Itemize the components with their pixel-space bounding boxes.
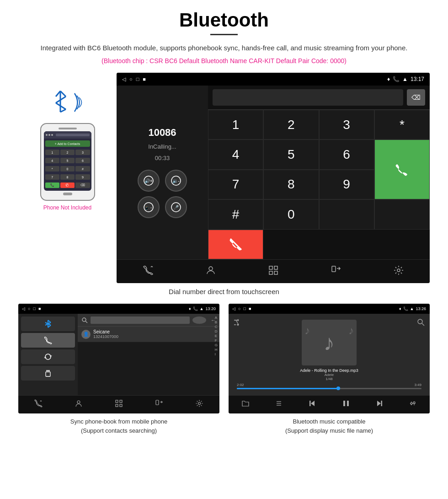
dial-key-0[interactable]: 0 [263, 199, 319, 229]
music-home-btn: ○ [238, 306, 240, 311]
dialer-backspace-button[interactable]: ⌫ [407, 89, 425, 106]
pb-body: ← 👤 Seicane 13241007000 A [18, 314, 219, 395]
phone-home-button[interactable] [63, 193, 72, 195]
music-progress-dot[interactable] [336, 386, 340, 390]
dial-key-star[interactable]: * [374, 110, 430, 140]
dial-key-7[interactable]: 7 [208, 170, 263, 199]
main-screenshot-area: + Add to Contacts 1 2 3 4 5 6 * 0 # [18, 73, 430, 283]
music-play-pause-icon[interactable] [342, 399, 350, 410]
dial-key-call[interactable] [374, 140, 430, 199]
nav-grid-icon[interactable] [268, 265, 279, 278]
dial-key-9[interactable]: 9 [319, 170, 374, 199]
pb-sidebar-sync[interactable] [21, 349, 75, 364]
dial-key-endcall[interactable] [208, 230, 263, 259]
music-folder-icon[interactable] [241, 399, 250, 410]
dial-key-4[interactable]: 4 [208, 140, 263, 169]
pb-contact-item[interactable]: 👤 Seicane 13241007000 [78, 327, 219, 342]
shuffle-icon[interactable] [233, 318, 241, 327]
music-status-bar: ◁ ○ □ ■ ♦ 📞 ▲ 13:26 [229, 304, 430, 314]
dialer-input-display[interactable] [213, 89, 403, 106]
caller-timer: 00:33 [155, 155, 170, 161]
title-divider [210, 34, 238, 35]
dial-key-hash[interactable]: # [208, 199, 263, 229]
music-recent-btn: □ [243, 306, 245, 311]
phone-key-back[interactable]: ⌫ [75, 182, 90, 188]
music-progress-bar[interactable] [237, 388, 421, 389]
phone-key-0[interactable]: 0 [60, 166, 75, 172]
svg-rect-47 [343, 401, 345, 406]
nav-settings-icon[interactable] [393, 265, 404, 278]
dial-key-empty2 [374, 199, 430, 229]
music-next-icon[interactable] [375, 399, 384, 410]
phone-key-9[interactable]: 9 [75, 174, 90, 180]
music-prev-icon[interactable] [308, 399, 316, 410]
home-icon: ○ [129, 76, 133, 82]
music-note-right-icon: ♪ [348, 324, 354, 337]
dial-key-5[interactable]: 5 [263, 140, 319, 169]
dial-key-6[interactable]: 6 [319, 140, 374, 169]
phone-key-1[interactable]: 1 [45, 150, 59, 155]
music-list-icon[interactable] [275, 399, 283, 410]
subtitle: Integrated with BC6 Bluetooth module, su… [18, 43, 430, 54]
phone-key-endcall[interactable]: ✆ [60, 182, 75, 188]
phone-key-3[interactable]: 3 [75, 150, 90, 155]
svg-text:🎤: 🎤 [173, 204, 179, 210]
music-search-icon[interactable] [417, 318, 425, 327]
bluetooth-signal-graphic [49, 86, 86, 118]
svg-line-32 [85, 321, 87, 323]
phone-add-contact[interactable]: + Add to Contacts [45, 140, 90, 147]
pb-nav-contacts[interactable] [75, 399, 83, 410]
svg-rect-37 [120, 404, 122, 407]
status-time: 13:17 [411, 76, 424, 82]
pb-contact-avatar: 👤 [81, 330, 91, 339]
svg-rect-19 [274, 271, 277, 274]
pb-sidebar-bluetooth[interactable] [21, 317, 75, 331]
transfer-button[interactable]: 📱→ [138, 196, 160, 218]
svg-rect-16 [269, 266, 272, 269]
music-time-current: 2:02 [237, 383, 244, 387]
phone-key-4[interactable]: 4 [45, 158, 59, 163]
mute-button[interactable]: 🎤 [165, 196, 187, 218]
svg-line-14 [230, 239, 241, 250]
dial-key-8[interactable]: 8 [263, 170, 319, 199]
pb-nav-phone[interactable] [34, 399, 43, 410]
svg-rect-27 [46, 372, 50, 376]
svg-rect-46 [309, 401, 311, 406]
nav-transfer-icon[interactable] [331, 265, 341, 278]
pb-nav-grid[interactable] [115, 399, 123, 410]
phone-key-8[interactable]: 8 [60, 174, 75, 180]
nav-contacts-icon[interactable] [205, 265, 216, 278]
caller-status: InCalling... [148, 143, 176, 150]
car-display-screenshot: ◁ ○ □ ■ ♦ 📞 ▲ 13:17 10086 InCalling... [117, 73, 430, 283]
dial-key-1[interactable]: 1 [208, 110, 263, 140]
phone-key-7[interactable]: 7 [45, 174, 59, 180]
nav-phone-icon[interactable] [143, 265, 154, 278]
pb-sidebar-call[interactable] [21, 333, 75, 348]
caller-number: 10086 [148, 127, 176, 139]
phone-key-hash[interactable]: # [75, 166, 90, 172]
dial-key-2[interactable]: 2 [263, 110, 319, 140]
phone-key-6[interactable]: 6 [75, 158, 90, 163]
pb-sidebar-delete[interactable] [21, 366, 75, 381]
svg-line-1 [60, 91, 66, 97]
dialer-grid: 1 2 3 * 4 5 6 7 [208, 110, 430, 259]
pb-nav-settings[interactable] [195, 399, 203, 410]
pb-nav-transfer[interactable] [155, 399, 163, 410]
pb-wifi-icon: ▲ [200, 306, 204, 311]
phone-illustration: + Add to Contacts 1 2 3 4 5 6 * 0 # [18, 73, 117, 211]
svg-text:📱→: 📱→ [144, 205, 153, 210]
dialer-panel: ⌫ 1 2 3 * 4 5 6 [208, 86, 430, 259]
phone-key-2[interactable]: 2 [60, 150, 75, 155]
status-left-icons: ◁ ○ □ ■ [122, 76, 146, 82]
music-album-art: ♪ ♪ ♪ [302, 320, 357, 365]
phone-key-5[interactable]: 5 [60, 158, 75, 163]
volume-up-button[interactable]: 🔊+ [138, 170, 160, 192]
svg-rect-20 [332, 266, 336, 272]
music-eq-icon[interactable] [409, 399, 417, 410]
pb-contacts-list: ← 👤 Seicane 13241007000 A [78, 314, 219, 395]
volume-down-button[interactable]: 🔉- [165, 170, 187, 192]
pb-back-btn: ◁ [22, 306, 25, 311]
phone-key-call[interactable]: 📞 [45, 182, 59, 188]
dial-key-3[interactable]: 3 [319, 110, 374, 140]
phone-key-star[interactable]: * [45, 166, 59, 172]
